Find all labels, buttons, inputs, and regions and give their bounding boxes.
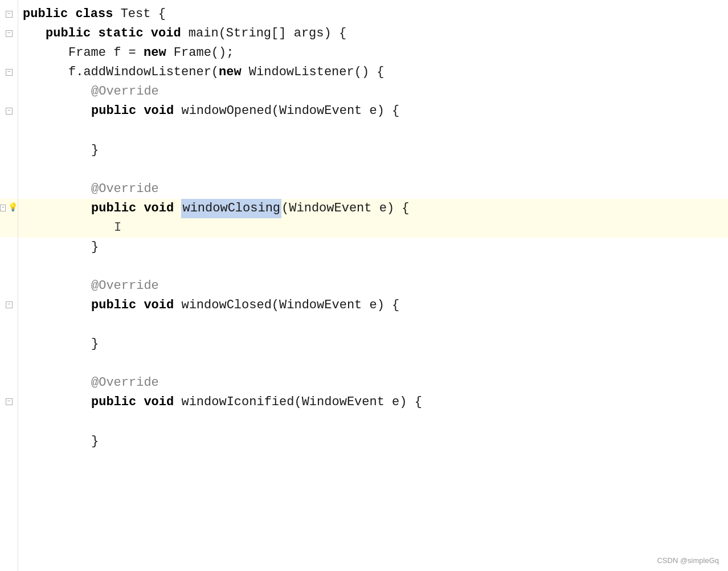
gutter-item [0, 160, 18, 179]
code-line: } [18, 335, 728, 354]
gutter-item [0, 411, 18, 431]
code-segment: f.addWindowListener( [68, 63, 219, 82]
code-segment: @Override [91, 180, 159, 199]
gutter-item [0, 334, 18, 353]
code-content: public void windowClosed(WindowEvent e) … [23, 296, 728, 315]
fold-arrow[interactable] [6, 69, 13, 76]
fold-arrow[interactable] [6, 11, 13, 18]
code-segment: @Override [91, 373, 159, 393]
code-line: @Override [18, 82, 728, 101]
highlighted-method: windowClosing [181, 199, 281, 218]
code-line: } [18, 432, 728, 451]
gutter-item [0, 256, 18, 276]
editor-container: 💡 public class Test {public static void … [0, 0, 728, 571]
gutter-item [0, 373, 18, 392]
code-content: @Override [23, 180, 728, 199]
code-line: public void windowClosed(WindowEvent e) … [18, 296, 728, 315]
gutter-item: 💡 [0, 198, 18, 218]
gutter-item [0, 431, 18, 450]
fold-arrow[interactable] [0, 205, 6, 211]
gutter-item [0, 101, 18, 121]
code-line: @Override [18, 276, 728, 296]
code-segment: public void [91, 393, 174, 412]
gutter-item [0, 63, 18, 82]
code-line: public void windowOpened(WindowEvent e) … [18, 101, 728, 121]
watermark: CSDN @simpleGq [657, 555, 719, 566]
code-line [18, 315, 728, 335]
code-line: @Override [18, 180, 728, 199]
code-segment: new [219, 63, 242, 82]
code-content [23, 354, 728, 373]
fold-arrow[interactable] [6, 108, 13, 115]
code-segment: Frame(); [166, 43, 234, 63]
code-segment: (WindowEvent e) { [281, 199, 409, 218]
code-content: f.addWindowListener(new WindowListener()… [23, 63, 728, 82]
code-line: } [18, 141, 728, 160]
code-line [18, 354, 728, 373]
code-segment: public class [23, 5, 113, 24]
code-content [23, 121, 728, 141]
gutter: 💡 [0, 0, 18, 571]
fold-arrow[interactable] [6, 398, 13, 405]
code-content: public class Test { [23, 5, 728, 24]
code-segment: windowOpened(WindowEvent e) { [174, 101, 399, 121]
gutter-item [0, 218, 18, 237]
gutter-item [0, 392, 18, 411]
code-segment: new [144, 43, 166, 63]
warning-icon[interactable]: 💡 [8, 202, 18, 214]
code-segment: public void [91, 101, 174, 121]
gutter-item [0, 140, 18, 160]
code-segment: public void [91, 199, 174, 218]
code-line [18, 413, 728, 432]
code-content: public void windowClosing(WindowEvent e)… [23, 199, 728, 218]
code-content: } [23, 335, 728, 354]
code-content: @Override [23, 82, 728, 101]
gutter-item [0, 82, 18, 101]
code-segment: @Override [91, 276, 159, 296]
code-segment: } [91, 335, 99, 354]
gutter-item [0, 5, 18, 24]
code-segment: Frame f = [68, 43, 144, 63]
code-line: public static void main(String[] args) { [18, 24, 728, 43]
code-content: Frame f = new Frame(); [23, 43, 728, 63]
code-content [23, 315, 728, 335]
code-line: public void windowClosing(WindowEvent e)… [18, 199, 728, 218]
code-segment: windowIconified(WindowEvent e) { [174, 393, 422, 412]
fold-arrow[interactable] [6, 301, 13, 308]
code-line: I [18, 218, 728, 238]
code-line: @Override [18, 373, 728, 393]
text-cursor: I [114, 218, 121, 238]
code-area[interactable]: public class Test {public static void ma… [18, 0, 728, 571]
code-content: @Override [23, 373, 728, 393]
code-content: public static void main(String[] args) { [23, 24, 728, 43]
code-content: } [23, 141, 728, 160]
code-content: public void windowIconified(WindowEvent … [23, 393, 728, 412]
code-line: public void windowIconified(WindowEvent … [18, 393, 728, 412]
code-line [18, 121, 728, 141]
gutter-item [0, 237, 18, 256]
code-content [23, 160, 728, 180]
fold-arrow[interactable] [6, 30, 13, 37]
code-segment: windowClosed(WindowEvent e) { [174, 296, 399, 315]
code-segment: WindowListener() { [242, 63, 385, 82]
gutter-item [0, 353, 18, 373]
code-content: @Override [23, 276, 728, 296]
code-content: I [23, 218, 728, 238]
gutter-item [0, 121, 18, 140]
code-segment [174, 199, 181, 218]
gutter-item [0, 179, 18, 198]
code-segment: } [91, 238, 99, 257]
code-line: Frame f = new Frame(); [18, 43, 728, 63]
code-line [18, 160, 728, 180]
code-line [18, 257, 728, 276]
code-segment: Test { [113, 5, 165, 24]
code-segment: } [91, 432, 99, 451]
code-content: public void windowOpened(WindowEvent e) … [23, 101, 728, 121]
code-segment: } [91, 141, 99, 160]
code-content [23, 257, 728, 276]
code-segment: @Override [91, 82, 159, 101]
gutter-item [0, 276, 18, 295]
code-line: f.addWindowListener(new WindowListener()… [18, 63, 728, 82]
gutter-item [0, 315, 18, 334]
gutter-item [0, 43, 18, 63]
